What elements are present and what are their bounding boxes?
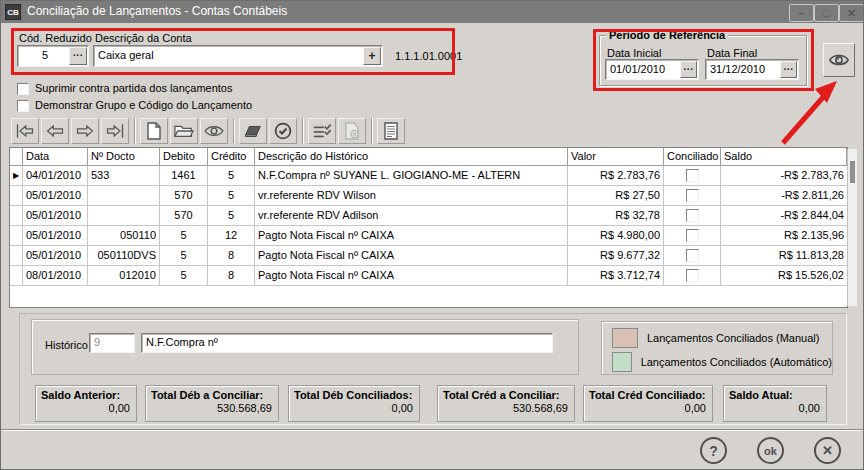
total-label: Total Déb a Conciliar: xyxy=(151,389,272,401)
cell: 050110 xyxy=(88,226,160,246)
cell: vr.referente RDV Wilson xyxy=(255,186,568,206)
data-final-input[interactable]: 31/12/2010 ··· xyxy=(705,59,799,80)
cell: R$ 15.526,02 xyxy=(721,266,847,286)
conciliado-checkbox[interactable] xyxy=(686,249,699,262)
periodo-title: Período de Referência xyxy=(606,29,728,41)
conciliation-window: { "colors": { "annotation": "#e21b1b", "… xyxy=(0,0,864,470)
total-label: Total Créd Conciliado: xyxy=(589,389,706,401)
cancel-button[interactable]: ✕ xyxy=(814,437,841,464)
cod-reduzido-input[interactable]: 5 ··· xyxy=(17,45,89,67)
new-document-button[interactable] xyxy=(140,118,168,144)
cell: 5 xyxy=(160,246,208,266)
cell: R$ 2.783,76 xyxy=(568,166,664,186)
descricao-conta-input[interactable]: Caixa geral + xyxy=(93,45,383,67)
column-header-data[interactable]: Data xyxy=(23,148,88,166)
table-row[interactable]: 05/01/2010050110DVS58Pagto Nota Fiscal n… xyxy=(10,246,847,266)
scrollbar-thumb[interactable] xyxy=(850,161,855,183)
data-inicial-input[interactable]: 01/01/2010 ··· xyxy=(605,59,699,80)
conciliado-checkbox[interactable] xyxy=(686,269,699,282)
historico-text-input[interactable]: N.F.Compra nº xyxy=(141,333,553,353)
view-button[interactable] xyxy=(823,43,855,77)
cell xyxy=(10,246,23,266)
conciliado-cell xyxy=(664,226,721,246)
window-title: Conciliação de Lançamentos - Contas Cont… xyxy=(27,4,287,18)
column-header-conciliado[interactable]: Conciliado xyxy=(664,148,721,166)
eraser-icon xyxy=(243,123,263,139)
conciliado-checkbox[interactable] xyxy=(686,189,699,202)
column-header-descricao[interactable]: Descrição do Histórico xyxy=(255,148,568,166)
preview-button[interactable] xyxy=(200,118,228,144)
historico-code-input[interactable]: 9 xyxy=(89,333,135,353)
column-header-docto[interactable]: Nº Docto xyxy=(88,148,160,166)
conciliado-cell xyxy=(664,186,721,206)
suprimir-checkbox-label: Suprimir contra partida dos lançamentos xyxy=(35,82,232,94)
cell: 08/01/2010 xyxy=(23,266,88,286)
total-value: 0,00 xyxy=(294,402,413,414)
grid-vertical-scrollbar[interactable] xyxy=(847,149,857,306)
legend-swatch-auto xyxy=(612,352,632,372)
cell: 012010 xyxy=(88,266,160,286)
report-button[interactable] xyxy=(377,118,405,144)
previous-record-button[interactable] xyxy=(41,118,69,144)
total-value: 0,00 xyxy=(41,402,130,414)
title-bar: CB Conciliação de Lançamentos - Contas C… xyxy=(1,1,864,23)
cancel-conciliation-button-disabled xyxy=(338,118,366,144)
descricao-conta-plus-button[interactable]: + xyxy=(363,47,381,65)
conciliado-checkbox[interactable] xyxy=(686,169,699,182)
cell: Pagto Nota Fiscal nº CAIXA xyxy=(255,246,568,266)
table-row[interactable]: ▶04/01/201053314615N.F.Compra nº SUYANE … xyxy=(10,166,847,186)
conciliado-checkbox[interactable] xyxy=(686,229,699,242)
ellipsis-icon: ··· xyxy=(684,65,694,75)
column-header-debito[interactable]: Debito xyxy=(160,148,208,166)
cell: 05/01/2010 xyxy=(23,246,88,266)
last-record-button[interactable] xyxy=(101,118,129,144)
cell: N.F.Compra nº SUYANE L. GIOGIANO-ME - AL… xyxy=(255,166,568,186)
open-folder-button[interactable] xyxy=(170,118,198,144)
cell: vr.referente RDV Adilson xyxy=(255,206,568,226)
next-record-button[interactable] xyxy=(71,118,99,144)
total-cred-conciliado: Total Créd Conciliado: 0,00 xyxy=(583,385,713,422)
legend-box: Lançamentos Conciliados (Manual) Lançame… xyxy=(601,321,833,375)
confirm-button[interactable] xyxy=(269,118,297,144)
table-row[interactable]: 05/01/20105705vr.referente RDV WilsonR$ … xyxy=(10,186,847,206)
demonstrar-checkbox-label: Demonstrar Grupo e Código do Lançamento xyxy=(35,99,252,111)
table-row[interactable]: 05/01/2010050110512Pagto Nota Fiscal nº … xyxy=(10,226,847,246)
cell: Pagto Nota Fiscal nº CAIXA xyxy=(255,226,568,246)
column-header-saldo[interactable]: Saldo xyxy=(721,148,847,166)
suprimir-checkbox[interactable] xyxy=(17,83,29,95)
data-inicial-picker-button[interactable]: ··· xyxy=(680,61,697,78)
data-final-picker-button[interactable]: ··· xyxy=(780,61,797,78)
close-button[interactable]: ✕ xyxy=(839,4,864,22)
cell: R$ 32,78 xyxy=(568,206,664,226)
column-header-valor[interactable]: Valor xyxy=(568,148,664,166)
demonstrar-checkbox[interactable] xyxy=(17,100,29,112)
cell: -R$ 2.783,76 xyxy=(721,166,847,186)
cell: 570 xyxy=(160,206,208,226)
cod-reduzido-lookup-button[interactable]: ··· xyxy=(69,47,87,65)
cell xyxy=(88,206,160,226)
ok-button[interactable]: ok xyxy=(757,437,784,464)
conciliate-list-button[interactable] xyxy=(308,118,336,144)
table-row[interactable]: 05/01/20105705vr.referente RDV AdilsonR$… xyxy=(10,206,847,226)
maximize-button[interactable]: □ xyxy=(814,4,839,22)
toolbar-separator xyxy=(302,118,304,144)
cell: 12 xyxy=(208,226,255,246)
data-inicial-value: 01/01/2010 xyxy=(606,60,680,75)
cell xyxy=(10,226,23,246)
minimize-button[interactable]: – xyxy=(789,4,814,22)
table-row[interactable]: 08/01/201001201058Pagto Nota Fiscal nº C… xyxy=(10,266,847,286)
column-header-credito[interactable]: Crédito xyxy=(208,148,255,166)
conciliado-cell xyxy=(664,246,721,266)
list-check-icon xyxy=(312,123,332,139)
cell xyxy=(10,266,23,286)
cell: R$ 2.135,96 xyxy=(721,226,847,246)
cell: 5 xyxy=(208,186,255,206)
help-button[interactable]: ? xyxy=(700,437,727,464)
first-record-button[interactable] xyxy=(11,118,39,144)
total-saldo-atual: Saldo Atual: 0,00 xyxy=(723,385,827,422)
erase-button[interactable] xyxy=(239,118,267,144)
cell: 570 xyxy=(160,186,208,206)
conciliado-checkbox[interactable] xyxy=(686,209,699,222)
check-circle-icon xyxy=(274,122,292,140)
cell: R$ 3.712,74 xyxy=(568,266,664,286)
